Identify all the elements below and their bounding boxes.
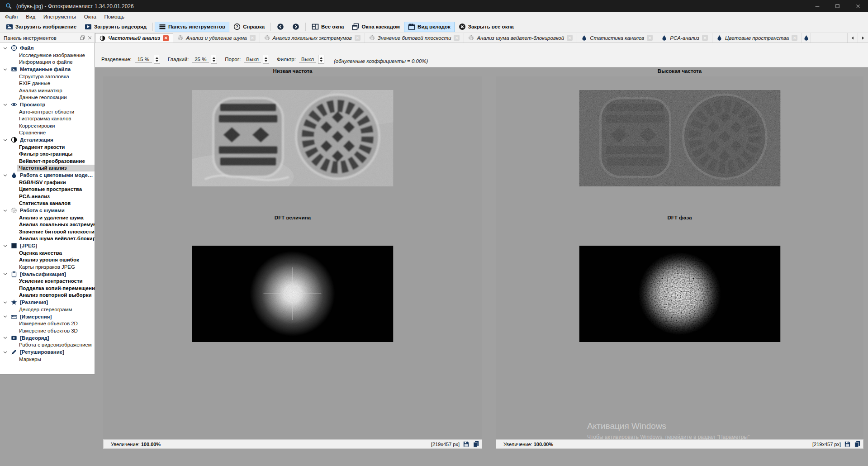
chevron-down-icon[interactable]: [3, 350, 8, 355]
tab-pca-analysis[interactable]: PCA-анализ✕: [657, 33, 712, 43]
tree-item[interactable]: Исследуемое изображение: [17, 52, 95, 59]
chevron-down-icon[interactable]: [3, 208, 8, 213]
menu-help[interactable]: Помощь: [100, 12, 128, 21]
tree-item[interactable]: Статистика каналов: [17, 200, 95, 207]
tree-group-jpeg[interactable]: [JPEG]: [0, 242, 95, 249]
tree-item[interactable]: Данные геолокации: [17, 94, 95, 101]
tab-channel-statistics-close[interactable]: ✕: [647, 35, 653, 41]
spin-up-icon[interactable]: [265, 57, 267, 59]
tab-local-extrema-analysis[interactable]: Анализ локальных экстремумов✕: [260, 33, 365, 43]
viewport-dft-phase[interactable]: [496, 223, 863, 439]
param-separation-spinbox[interactable]: 15 %: [135, 55, 160, 64]
tab-wavelet-block-noise-analysis[interactable]: Анализ шума вейвлет-блокировкой✕: [464, 33, 577, 43]
tree-group-noise[interactable]: Работа с шумами: [0, 207, 95, 214]
tab-bit-plane-value[interactable]: Значение битовой плоскости✕: [365, 33, 465, 43]
tree-item[interactable]: Анализ миниатюр: [17, 87, 95, 94]
tree-group-view[interactable]: Просмотр: [0, 101, 95, 108]
menu-view[interactable]: Вид: [22, 12, 39, 21]
tab-bit-plane-value-close[interactable]: ✕: [454, 35, 460, 41]
tree-item[interactable]: Гистограмма каналов: [17, 115, 95, 123]
tree-item[interactable]: Карты призраков JPEG: [17, 263, 95, 271]
load-image-button[interactable]: Загрузить изображение: [2, 22, 81, 32]
help-button[interactable]: ?Справка: [229, 22, 269, 32]
tree-item[interactable]: Анализ шума вейвлет-блокировк...: [17, 235, 95, 243]
tree-item[interactable]: Измерение объектов 3D: [17, 327, 95, 334]
tree-item[interactable]: Градиент яркости: [17, 143, 95, 151]
nav-back-button[interactable]: [273, 22, 288, 32]
tree-item[interactable]: Усиление контрастности: [17, 278, 95, 285]
tab-noise-analysis-removal[interactable]: Анализ и удаление шума✕: [173, 33, 260, 43]
tab-color-spaces[interactable]: Цветовые пространства✕: [712, 33, 802, 43]
spin-up-icon[interactable]: [213, 57, 215, 59]
tree-item[interactable]: PCA-анализ: [17, 193, 95, 200]
tab-scroll-left[interactable]: [847, 33, 858, 43]
tree-item[interactable]: Анализ локальных экстремумов: [17, 221, 95, 228]
close-button[interactable]: [848, 0, 868, 12]
save-image-button[interactable]: [463, 441, 470, 447]
tree-item[interactable]: Цветовые пространства: [17, 186, 95, 193]
chevron-down-icon[interactable]: [3, 300, 8, 305]
chevron-down-icon[interactable]: [3, 173, 8, 178]
tree-group-file[interactable]: Файл: [0, 44, 95, 52]
param-separation-spin-buttons[interactable]: [154, 55, 160, 64]
tree-item[interactable]: RGB/HSV графики: [17, 179, 95, 186]
tree-group-falsification[interactable]: [Фальсификация]: [0, 271, 95, 278]
chevron-down-icon[interactable]: [3, 271, 8, 276]
close-all-windows-button[interactable]: Закрыть все окна: [455, 22, 518, 32]
chevron-down-icon[interactable]: [3, 138, 8, 143]
maximize-button[interactable]: [827, 0, 848, 12]
tree-group-video[interactable]: [Видеоряд]: [0, 334, 95, 342]
tree-group-color-models[interactable]: Работа с цветовыми моделями: [0, 171, 95, 179]
spin-up-icon[interactable]: [320, 57, 323, 59]
tab-noise-analysis-removal-close[interactable]: ✕: [250, 35, 256, 41]
tree-group-metadata[interactable]: Метаданные файла: [0, 66, 95, 73]
tree-item[interactable]: Анализ уровня ошибок: [17, 257, 95, 264]
tab-wavelet-block-noise-analysis-close[interactable]: ✕: [567, 35, 573, 41]
tree-item[interactable]: Значение битовой плоскости: [17, 228, 95, 235]
tree-item[interactable]: Авто-контраст области: [17, 108, 95, 115]
menu-windows[interactable]: Окна: [80, 12, 100, 21]
tab-local-extrema-analysis-close[interactable]: ✕: [355, 35, 360, 41]
spin-down-icon[interactable]: [265, 60, 267, 62]
chevron-down-icon[interactable]: [3, 102, 8, 107]
param-smooth-spinbox[interactable]: 25 %: [192, 55, 217, 64]
minimize-button[interactable]: [807, 0, 827, 12]
chevron-down-icon[interactable]: [3, 243, 8, 248]
tree-group-measurements[interactable]: [Измерения]: [0, 313, 95, 320]
tabs-view-button[interactable]: Вид вкладок: [404, 22, 455, 32]
copy-image-button[interactable]: [854, 441, 861, 447]
tree-item[interactable]: Оценка качества: [17, 249, 95, 257]
param-threshold-spinbox[interactable]: Выкл: [244, 55, 269, 64]
tab-color-spaces-close[interactable]: ✕: [792, 35, 797, 41]
tree-item[interactable]: Вейвлет-преобразование: [17, 157, 95, 165]
chevron-down-icon[interactable]: [3, 314, 8, 319]
tree-item[interactable]: EXIF данные: [17, 80, 95, 87]
tree-item[interactable]: Информация о файле: [17, 59, 95, 66]
tree-item[interactable]: Сравнение: [17, 129, 95, 137]
tree-item[interactable]: Измерение объектов 2D: [17, 320, 95, 328]
param-filter-spinbox[interactable]: Выкл: [299, 55, 324, 64]
toolbox-panel-button[interactable]: Панель инструментов: [155, 22, 229, 32]
tree-item[interactable]: Частотный анализ: [17, 165, 95, 172]
spin-down-icon[interactable]: [156, 60, 158, 62]
tree-item[interactable]: Корректировки: [17, 122, 95, 129]
spin-up-icon[interactable]: [156, 57, 158, 59]
chevron-down-icon[interactable]: [3, 67, 8, 72]
dock-close-button[interactable]: [87, 35, 92, 40]
nav-forward-button[interactable]: [288, 22, 304, 32]
tree-item[interactable]: Анализ повторной выборки: [17, 292, 95, 299]
copy-image-button[interactable]: [473, 441, 479, 447]
chevron-down-icon[interactable]: [3, 335, 8, 340]
tab-frequency-analysis-close[interactable]: ✕: [163, 35, 169, 41]
menu-tools[interactable]: Инструменты: [39, 12, 80, 21]
cascade-windows-button[interactable]: Окна каскадом: [348, 22, 404, 32]
param-smooth-spin-buttons[interactable]: [211, 55, 217, 64]
tree-group-retouch[interactable]: [Ретуширование]: [0, 348, 95, 356]
dock-float-button[interactable]: [80, 35, 85, 40]
param-threshold-spin-buttons[interactable]: [263, 55, 269, 64]
param-filter-spin-buttons[interactable]: [318, 55, 324, 64]
tree-group-detail[interactable]: Детализация: [0, 136, 95, 143]
tree-group-differences[interactable]: [Различия]: [0, 299, 95, 306]
spin-down-icon[interactable]: [213, 60, 215, 62]
chevron-down-icon[interactable]: [3, 46, 8, 51]
